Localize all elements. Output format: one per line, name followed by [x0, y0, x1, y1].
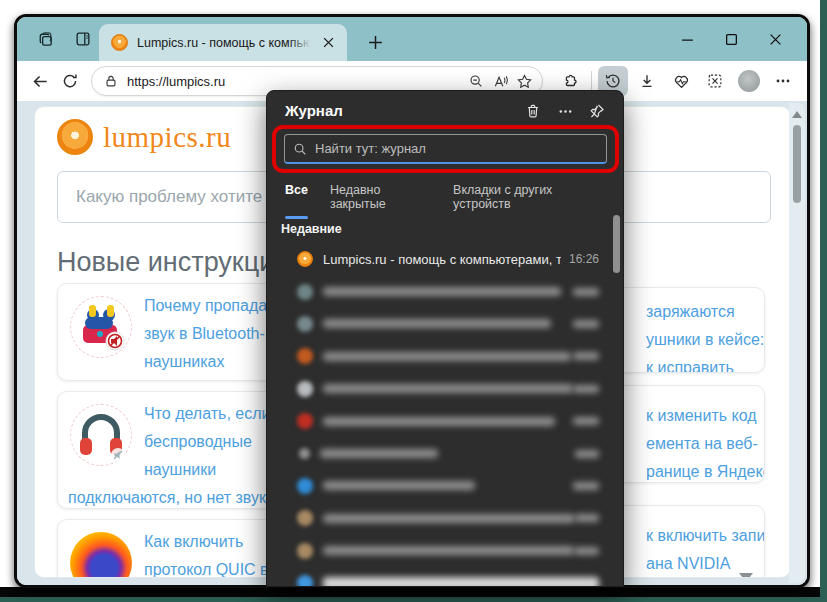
- title-bar: Lumpics.ru - помощь с компьюте: [17, 17, 807, 61]
- downloads-icon[interactable]: [632, 66, 662, 96]
- history-item-redacted-time: [573, 320, 599, 328]
- history-tabs: Все Недавно закрытые Вкладки с других ус…: [285, 183, 623, 219]
- history-item-redacted-text: [323, 319, 551, 328]
- history-item-favicon: [297, 284, 313, 300]
- page-scrollbar[interactable]: [789, 103, 805, 583]
- refresh-icon[interactable]: [55, 66, 85, 96]
- history-item-time: 16:26: [569, 252, 599, 266]
- new-tab-button[interactable]: [361, 28, 389, 56]
- tab-all[interactable]: Все: [285, 183, 308, 219]
- bluetooth-earbuds-image: [70, 296, 132, 358]
- maximize-button[interactable]: [709, 23, 753, 55]
- history-item-favicon: [297, 381, 313, 397]
- lock-icon[interactable]: [100, 70, 122, 92]
- scrollbar-thumb[interactable]: [793, 125, 801, 203]
- history-item-favicon: [297, 543, 313, 559]
- browser-essentials-icon[interactable]: [666, 66, 696, 96]
- article-link-line[interactable]: к исправить: [646, 354, 754, 373]
- history-item-favicon: [297, 510, 313, 526]
- history-item-favicon: [297, 478, 313, 494]
- tab-other-devices[interactable]: Вкладки с других устройств: [453, 183, 601, 219]
- scrollbar-up-arrow[interactable]: [792, 111, 802, 118]
- tab-title: Lumpics.ru - помощь с компьюте: [137, 36, 311, 50]
- history-item-redacted-text: [323, 481, 475, 490]
- history-more-options-icon[interactable]: [551, 98, 579, 124]
- article-link-line[interactable]: заряжаются: [646, 298, 754, 326]
- history-item-redacted-text: [323, 352, 571, 361]
- tab-close-icon[interactable]: [317, 32, 339, 54]
- article-card[interactable]: Что делать, если беспроводные наушники п…: [57, 391, 287, 509]
- article-card[interactable]: Почему пропадает звук в Bluetooth- наушн…: [57, 283, 287, 381]
- history-panel-title: Журнал: [285, 102, 343, 119]
- history-item-redacted-text: [323, 546, 574, 555]
- backdrop-bottom-teal: [0, 597, 827, 602]
- workspaces-icon[interactable]: [30, 24, 60, 54]
- history-item-redacted-time: [573, 417, 599, 425]
- history-item[interactable]: [267, 275, 623, 307]
- lumpics-logo-text: lumpics.ru: [103, 121, 231, 154]
- tab-recently-closed[interactable]: Недавно закрытые: [330, 183, 431, 219]
- history-panel: Журнал Все Недавно закрытые Вкладки с др…: [266, 90, 624, 587]
- history-item-favicon: [297, 251, 313, 267]
- window-controls: [665, 17, 797, 61]
- history-item-redacted-text: [320, 449, 438, 458]
- close-button[interactable]: [753, 23, 797, 55]
- history-search-box[interactable]: [284, 134, 607, 164]
- history-item-redacted-time: [575, 450, 599, 458]
- history-search-input[interactable]: [315, 141, 575, 156]
- scroll-down-hint-icon: [739, 573, 753, 578]
- history-item-title: Lumpics.ru - помощь с компьютерами, теле…: [323, 252, 561, 267]
- history-item-redacted-text: [323, 384, 573, 393]
- article-link-line[interactable]: ана NVIDIA: [646, 550, 754, 578]
- history-item-favicon: [297, 575, 313, 586]
- article-link-line[interactable]: подключаются, но нет звука: [68, 484, 276, 509]
- page-heading: Новые инструкции:: [57, 247, 297, 278]
- history-item-redacted-text: [323, 417, 555, 426]
- history-item[interactable]: [267, 502, 623, 534]
- history-item[interactable]: Lumpics.ru - помощь с компьютерами, теле…: [267, 243, 623, 275]
- history-panel-actions: [515, 98, 611, 124]
- more-ellipsis-icon[interactable]: [768, 66, 798, 96]
- minimize-button[interactable]: [665, 23, 709, 55]
- history-item[interactable]: [267, 373, 623, 405]
- history-item-redacted-time: [573, 288, 599, 296]
- article-link-line[interactable]: ранице в Яндекс: [646, 458, 754, 483]
- history-item[interactable]: [267, 340, 623, 372]
- history-item-redacted-text: [323, 577, 599, 586]
- history-item[interactable]: [267, 567, 623, 586]
- history-item-redacted-time: [573, 385, 599, 393]
- browser-tab[interactable]: Lumpics.ru - помощь с компьюте: [99, 24, 347, 61]
- history-item-favicon: [297, 413, 313, 429]
- history-item-favicon: [297, 348, 313, 364]
- web-capture-icon[interactable]: [700, 66, 730, 96]
- wireless-headphones-image: [70, 404, 132, 466]
- history-item-redacted-time: [573, 482, 599, 490]
- site-logo[interactable]: lumpics.ru: [57, 119, 231, 155]
- lumpics-logo-icon: [57, 119, 93, 155]
- article-link-line[interactable]: к включить запись: [646, 522, 754, 550]
- pin-panel-icon[interactable]: [583, 98, 611, 124]
- back-icon[interactable]: [25, 66, 55, 96]
- panel-scrollbar-thumb[interactable]: [613, 215, 620, 273]
- article-card[interactable]: Как включить протокол QUIC в Mozilla Fir…: [57, 519, 287, 578]
- url-text[interactable]: https://lumpics.ru: [127, 74, 464, 89]
- article-link-line[interactable]: емента на веб-: [646, 430, 754, 458]
- history-item-redacted-text: [323, 287, 561, 296]
- history-item[interactable]: [267, 437, 623, 469]
- history-item[interactable]: [267, 308, 623, 340]
- profile-avatar[interactable]: [738, 70, 760, 92]
- history-section-label: Недавние: [281, 222, 342, 236]
- tab-favicon-lumpics: [111, 34, 128, 51]
- history-item[interactable]: [267, 470, 623, 502]
- tab-actions-icon[interactable]: [68, 24, 98, 54]
- delete-history-icon[interactable]: [519, 98, 547, 124]
- history-item-redacted-text: [323, 514, 575, 523]
- backdrop-right-teal: [820, 0, 827, 602]
- article-link-line[interactable]: ушники в кейсе:: [646, 326, 754, 354]
- history-item-redacted-time: [573, 352, 599, 360]
- article-link-line[interactable]: к изменить код: [646, 402, 754, 430]
- history-item-favicon: [299, 448, 310, 459]
- history-list: Lumpics.ru - помощь с компьютерами, теле…: [267, 243, 623, 586]
- history-item[interactable]: [267, 535, 623, 567]
- history-item[interactable]: [267, 405, 623, 437]
